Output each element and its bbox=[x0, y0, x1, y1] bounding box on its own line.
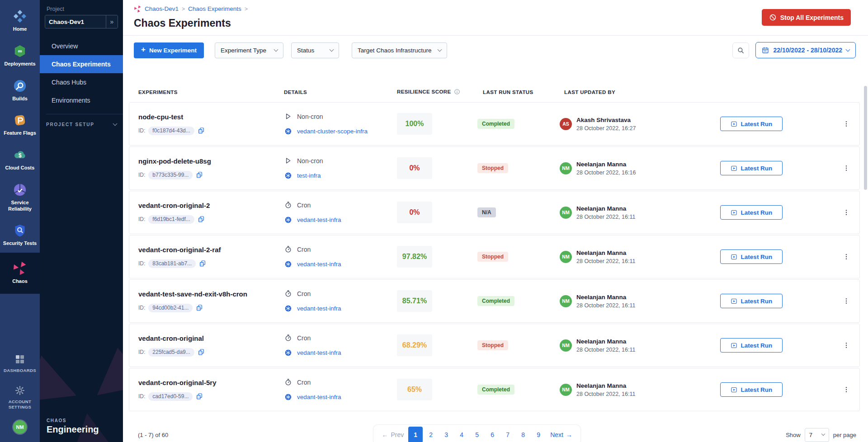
rail-item-chaos[interactable]: Chaos bbox=[0, 253, 40, 294]
page-button[interactable]: 8 bbox=[516, 427, 530, 442]
new-experiment-button[interactable]: + New Experiment bbox=[134, 42, 204, 58]
menu-item-chaos-hubs[interactable]: Chaos Hubs bbox=[40, 73, 123, 91]
next-page-button[interactable]: Next→ bbox=[547, 427, 576, 442]
row-menu-button[interactable] bbox=[833, 207, 859, 217]
page-button[interactable]: 6 bbox=[485, 427, 500, 442]
experiment-name[interactable]: vedant-test-save-nd-exit-v8h-cron bbox=[138, 290, 275, 298]
schedule-type: Cron bbox=[297, 379, 311, 386]
rail-item-service-reliability[interactable]: Service Reliability bbox=[0, 177, 40, 218]
latest-run-button[interactable]: Latest Run bbox=[720, 382, 783, 397]
copy-icon[interactable] bbox=[196, 171, 203, 179]
stop-all-experiments-button[interactable]: Stop All Experiments bbox=[762, 9, 851, 26]
menu-item-chaos-experiments[interactable]: Chaos Experiments bbox=[40, 55, 123, 73]
avatar: AS bbox=[560, 118, 572, 130]
arrow-left-icon: ← bbox=[382, 431, 388, 438]
project-input[interactable] bbox=[45, 15, 106, 28]
experiment-type-filter[interactable]: Experiment Type bbox=[215, 42, 283, 58]
rail-item-dashboards[interactable]: DASHBOARDS bbox=[0, 348, 40, 379]
row-menu-button[interactable] bbox=[833, 340, 859, 350]
experiment-name[interactable]: vedant-cron-original-5ry bbox=[138, 379, 275, 386]
module-rail: Home ∞ Deployments Builds Feature Flags … bbox=[0, 0, 40, 442]
copy-icon[interactable] bbox=[199, 260, 206, 267]
infrastructure-link[interactable]: vedant-test-infra bbox=[297, 394, 341, 400]
stopwatch-icon bbox=[284, 334, 292, 342]
updated-date: 28 October 2022, 16:16 bbox=[576, 169, 636, 176]
status-badge: Stopped bbox=[477, 340, 508, 350]
prev-page-button[interactable]: ←Prev bbox=[378, 427, 407, 442]
menu-item-overview[interactable]: Overview bbox=[40, 37, 123, 55]
experiment-name[interactable]: vedant-cron-original bbox=[138, 334, 275, 342]
row-menu-button[interactable] bbox=[833, 385, 859, 395]
rail-item-account-settings[interactable]: ACCOUNT SETTINGS bbox=[0, 379, 40, 416]
experiment-name[interactable]: nginx-pod-delete-u8sg bbox=[138, 157, 275, 165]
copy-icon[interactable] bbox=[196, 393, 203, 400]
experiment-name[interactable]: vedant-cron-original-2 bbox=[138, 202, 275, 209]
page-button[interactable]: 9 bbox=[531, 427, 546, 442]
status-badge: Completed bbox=[477, 119, 514, 129]
infrastructure-link[interactable]: test-infra bbox=[297, 172, 321, 179]
page-button[interactable]: 2 bbox=[424, 427, 438, 442]
page-button[interactable]: 3 bbox=[439, 427, 453, 442]
latest-run-button[interactable]: Latest Run bbox=[720, 161, 783, 175]
menu-item-environments[interactable]: Environments bbox=[40, 91, 123, 109]
rail-item-home[interactable]: Home bbox=[0, 4, 40, 38]
copy-icon[interactable] bbox=[198, 216, 205, 223]
experiment-name[interactable]: vedant-cron-original-2-raf bbox=[138, 246, 275, 254]
info-icon[interactable] bbox=[454, 89, 460, 95]
latest-run-button[interactable]: Latest Run bbox=[720, 249, 783, 264]
updated-date: 28 October 2022, 16:11 bbox=[576, 258, 635, 264]
breadcrumb: Chaos-Dev1 > Chaos Experiments > bbox=[134, 5, 248, 13]
chaos-logo-icon bbox=[134, 5, 142, 13]
status-badge: Stopped bbox=[477, 163, 508, 173]
infrastructure-link[interactable]: vedant-test-infra bbox=[297, 305, 341, 312]
copy-icon[interactable] bbox=[198, 348, 205, 356]
experiment-id: 225fcad5-da9... bbox=[148, 348, 194, 357]
page-button[interactable]: 1 bbox=[408, 427, 423, 442]
latest-run-button[interactable]: Latest Run bbox=[720, 338, 783, 353]
rail-item-deployments[interactable]: ∞ Deployments bbox=[0, 38, 40, 73]
panel-collapse-button[interactable]: » bbox=[106, 15, 118, 28]
latest-run-button[interactable]: Latest Run bbox=[720, 294, 783, 308]
rail-item-builds[interactable]: Builds bbox=[0, 73, 40, 108]
avatar: NM bbox=[560, 384, 572, 396]
date-range-picker[interactable]: 22/10/2022 - 28/10/2022 bbox=[755, 42, 856, 58]
infrastructure-link[interactable]: vedant-test-infra bbox=[297, 349, 341, 356]
id-label: ID: bbox=[138, 349, 145, 355]
per-page-select[interactable]: 7 bbox=[805, 428, 829, 442]
experiment-name[interactable]: node-cpu-test bbox=[138, 113, 275, 121]
chevron-down-icon bbox=[330, 47, 334, 52]
page-button[interactable]: 7 bbox=[500, 427, 515, 442]
latest-run-button[interactable]: Latest Run bbox=[720, 117, 783, 131]
copy-icon[interactable] bbox=[196, 304, 203, 311]
status-filter[interactable]: Status bbox=[291, 42, 339, 58]
page-button[interactable]: 5 bbox=[470, 427, 484, 442]
breadcrumb-experiments-link[interactable]: Chaos Experiments bbox=[188, 5, 241, 12]
chevron-down-icon bbox=[437, 47, 442, 52]
vertical-scrollbar[interactable] bbox=[864, 86, 867, 190]
search-button[interactable] bbox=[732, 42, 749, 58]
resilience-score: 85.71% bbox=[397, 290, 432, 312]
latest-run-button[interactable]: Latest Run bbox=[720, 205, 783, 220]
calendar-icon bbox=[762, 47, 769, 54]
row-menu-button[interactable] bbox=[833, 252, 859, 262]
column-header-details: DETAILS bbox=[274, 89, 387, 95]
infrastructure-link[interactable]: vedant-test-infra bbox=[297, 261, 341, 268]
row-menu-button[interactable] bbox=[833, 119, 859, 129]
svg-text:∞: ∞ bbox=[18, 48, 22, 54]
target-infrastructure-filter[interactable]: Target Chaos Infrastructure bbox=[352, 42, 447, 58]
copy-icon[interactable] bbox=[198, 127, 205, 134]
table-header-row: EXPERIMENTS DETAILS RESILIENCE SCORE LAS… bbox=[129, 72, 860, 102]
updated-date: 28 October 2022, 16:11 bbox=[576, 347, 635, 353]
rail-item-security-tests[interactable]: Security Tests bbox=[0, 218, 40, 253]
infrastructure-link[interactable]: vedant-cluster-scope-infra bbox=[297, 128, 368, 135]
breadcrumb-project-link[interactable]: Chaos-Dev1 bbox=[145, 5, 179, 12]
page-button[interactable]: 4 bbox=[454, 427, 469, 442]
infrastructure-link[interactable]: vedant-test-infra bbox=[297, 216, 341, 223]
rail-item-cloud-costs[interactable]: $ Cloud Costs bbox=[0, 142, 40, 177]
row-menu-button[interactable] bbox=[833, 296, 859, 306]
user-avatar[interactable]: NM bbox=[13, 420, 27, 434]
project-setup-toggle[interactable]: PROJECT SETUP bbox=[46, 122, 117, 127]
row-menu-button[interactable] bbox=[833, 163, 859, 173]
stopwatch-icon bbox=[284, 245, 292, 253]
rail-item-feature-flags[interactable]: Feature Flags bbox=[0, 108, 40, 142]
